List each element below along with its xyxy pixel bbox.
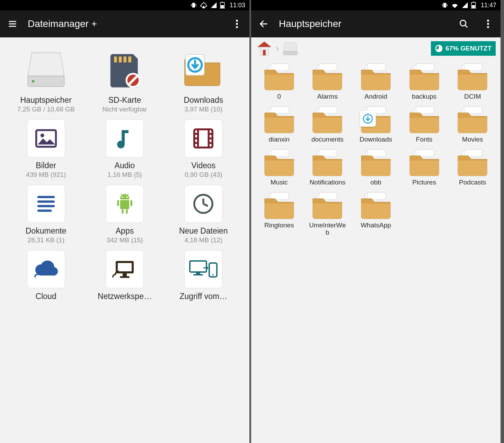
folder-item[interactable]: backups — [401, 63, 448, 100]
app-title: Hauptspeicher — [279, 18, 449, 29]
svg-rect-2 — [196, 4, 196, 7]
svg-rect-79 — [271, 64, 289, 71]
battery-icon — [220, 2, 225, 9]
svg-marker-75 — [283, 43, 297, 52]
category-images[interactable]: Bilder439 MB (921) — [8, 119, 84, 179]
svg-rect-45 — [126, 209, 127, 214]
svg-rect-108 — [464, 150, 482, 156]
folder-label: Downloads — [360, 136, 392, 143]
folder-icon — [311, 192, 344, 219]
overflow-menu-icon[interactable] — [483, 18, 494, 29]
folder-item[interactable]: DCIM — [449, 63, 496, 100]
folder-item[interactable]: WhatsApp — [353, 192, 399, 237]
category-network[interactable]: Netzwerkspe… — [86, 250, 163, 301]
audio-icon — [106, 119, 144, 157]
category-label: Neue Dateien — [179, 226, 228, 236]
folder-label: Podcasts — [459, 179, 486, 186]
folder-item[interactable]: dianxin — [256, 106, 302, 143]
folder-item[interactable]: Movies — [449, 106, 496, 143]
android-icon — [106, 185, 144, 223]
pcphone-icon — [184, 250, 222, 288]
folder-label: Ringtones — [264, 222, 294, 229]
storage-usage-badge[interactable]: 67% GENUTZT — [431, 41, 496, 56]
svg-rect-56 — [196, 272, 200, 274]
category-cloud[interactable]: Cloud — [8, 250, 84, 301]
usage-label: 67% GENUTZT — [445, 45, 492, 52]
folder-item[interactable]: documents — [304, 106, 351, 143]
folder-item[interactable]: 0 — [256, 63, 302, 100]
category-videos[interactable]: Videos0,90 GB (43) — [165, 119, 242, 179]
svg-rect-104 — [368, 150, 386, 156]
chevron-right-icon: › — [276, 44, 279, 53]
category-label: Cloud — [36, 292, 56, 301]
folder-grid: 0AlarmsAndroidbackupsDCIMdianxindocument… — [251, 60, 501, 443]
folder-label: documents — [311, 136, 344, 143]
svg-rect-83 — [368, 64, 386, 71]
svg-rect-64 — [473, 2, 474, 2]
svg-marker-72 — [257, 42, 271, 47]
folder-item[interactable]: Downloads — [353, 106, 399, 143]
folder-item[interactable]: Fonts — [401, 106, 448, 143]
folder-icon — [263, 149, 296, 177]
phone-left: 11:03 Dateimanager + Hauptspeicher7,25 G… — [0, 0, 249, 443]
folder-item[interactable]: UmeInterWeb — [304, 192, 351, 237]
folder-item[interactable]: Pictures — [401, 149, 448, 186]
folder-icon — [359, 106, 392, 134]
folder-item[interactable]: Alarms — [304, 63, 351, 100]
category-audio[interactable]: Audio1,16 MB (5) — [86, 119, 163, 179]
folder-item[interactable]: Music — [256, 149, 302, 186]
app-bar: Dateimanager + — [0, 10, 249, 37]
svg-rect-106 — [416, 150, 434, 156]
image-icon — [27, 119, 65, 157]
folder-icon — [359, 192, 392, 219]
svg-point-59 — [212, 274, 214, 275]
category-new-files[interactable]: Neue Dateien4,18 MB (12) — [165, 185, 242, 244]
category-sd-card[interactable]: SD-KarteNicht verfügbar — [86, 47, 163, 113]
svg-rect-85 — [416, 64, 434, 71]
folder-label: UmeInterWeb — [308, 222, 346, 237]
svg-point-11 — [236, 26, 238, 28]
overflow-menu-icon[interactable] — [231, 18, 242, 29]
category-subtitle: 7,25 GB / 10,68 GB — [17, 106, 75, 113]
folder-item[interactable]: Notifications — [304, 149, 351, 186]
svg-point-69 — [487, 20, 489, 22]
folder-label: Fonts — [416, 136, 433, 143]
folder-icon — [311, 63, 344, 91]
folder-label: DCIM — [464, 93, 481, 100]
category-main-storage[interactable]: Hauptspeicher7,25 GB / 10,68 GB — [8, 47, 84, 113]
folder-icon — [263, 106, 296, 134]
search-icon[interactable] — [458, 18, 469, 29]
folder-icon — [359, 149, 392, 177]
folder-item[interactable]: Android — [353, 63, 399, 100]
category-pc-access[interactable]: Zugriff vom… — [165, 250, 242, 301]
svg-rect-52 — [118, 263, 132, 271]
category-downloads[interactable]: Downloads3,97 MB (10) — [165, 47, 242, 113]
svg-point-70 — [487, 23, 489, 25]
clock-icon — [184, 185, 222, 223]
folder-label: Pictures — [412, 179, 436, 186]
svg-rect-53 — [123, 273, 127, 276]
folder-icon — [263, 192, 296, 219]
breadcrumb-home-icon[interactable] — [256, 40, 273, 57]
category-documents[interactable]: Dokumente28,31 KB (1) — [8, 185, 84, 244]
folder-item[interactable]: Podcasts — [449, 149, 496, 186]
category-apps[interactable]: Apps342 MB (15) — [86, 185, 163, 244]
svg-rect-102 — [319, 150, 337, 156]
folder_dl-icon — [181, 47, 226, 92]
category-label: Audio — [115, 161, 135, 170]
category-label: Bilder — [36, 161, 56, 170]
svg-rect-18 — [128, 56, 131, 62]
hamburger-menu-icon[interactable] — [7, 18, 18, 29]
signal-icon — [461, 2, 468, 9]
category-subtitle: 1,16 MB (5) — [107, 171, 142, 179]
breadcrumb-drive-icon[interactable] — [282, 40, 298, 56]
svg-rect-15 — [114, 56, 117, 62]
folder-item[interactable]: Ringtones — [256, 192, 302, 237]
category-label: Zugriff vom… — [180, 292, 228, 301]
svg-rect-55 — [190, 261, 206, 272]
folder-item[interactable]: obb — [353, 149, 399, 186]
folder-icon — [456, 106, 489, 134]
svg-point-40 — [126, 196, 127, 198]
back-arrow-icon[interactable] — [258, 18, 269, 29]
svg-rect-81 — [319, 64, 337, 71]
